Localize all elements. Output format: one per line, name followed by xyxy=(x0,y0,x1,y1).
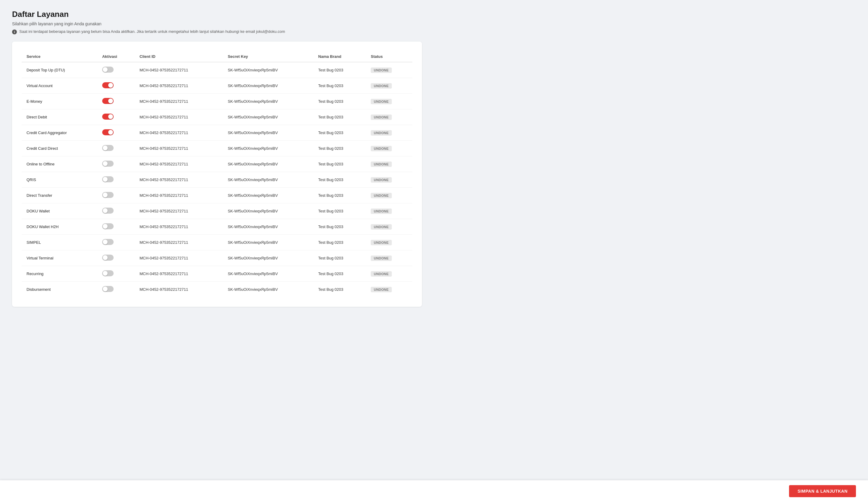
nama-brand: Test Bug 0203 xyxy=(313,141,366,156)
table-row: Online to OfflineMCH-0452-9753522172711S… xyxy=(22,156,412,172)
status-cell: UNDONE xyxy=(366,125,412,141)
secret-key: SK-Wf5uOiXnvieqxRp5miBV xyxy=(223,172,313,188)
status-badge: UNDONE xyxy=(371,146,392,151)
status-cell: UNDONE xyxy=(366,219,412,235)
toggle-knob xyxy=(103,67,107,72)
status-badge: UNDONE xyxy=(371,83,392,88)
service-name: SIMPEL xyxy=(22,235,97,250)
secret-key: SK-Wf5uOiXnvieqxRp5miBV xyxy=(223,78,313,94)
toggle-knob xyxy=(108,83,113,88)
nama-brand: Test Bug 0203 xyxy=(313,250,366,266)
nama-brand: Test Bug 0203 xyxy=(313,94,366,109)
client-id: MCH-0452-9753522172711 xyxy=(135,78,223,94)
service-toggle[interactable] xyxy=(102,176,114,182)
client-id: MCH-0452-9753522172711 xyxy=(135,109,223,125)
col-header-status: Status xyxy=(366,51,412,62)
status-badge: UNDONE xyxy=(371,161,392,167)
secret-key: SK-Wf5uOiXnvieqxRp5miBV xyxy=(223,188,313,203)
toggle-cell xyxy=(97,250,135,266)
secret-key: SK-Wf5uOiXnvieqxRp5miBV xyxy=(223,203,313,219)
table-row: Credit Card AggregatorMCH-0452-975352217… xyxy=(22,125,412,141)
table-row: Virtual TerminalMCH-0452-9753522172711SK… xyxy=(22,250,412,266)
status-cell: UNDONE xyxy=(366,156,412,172)
table-row: Credit Card DirectMCH-0452-9753522172711… xyxy=(22,141,412,156)
status-badge: UNDONE xyxy=(371,67,392,73)
secret-key: SK-Wf5uOiXnvieqxRp5miBV xyxy=(223,141,313,156)
client-id: MCH-0452-9753522172711 xyxy=(135,156,223,172)
service-toggle[interactable] xyxy=(102,160,114,167)
service-toggle[interactable] xyxy=(102,286,114,292)
service-toggle[interactable] xyxy=(102,239,114,245)
nama-brand: Test Bug 0203 xyxy=(313,78,366,94)
service-toggle[interactable] xyxy=(102,66,114,73)
service-toggle[interactable] xyxy=(102,192,114,198)
nama-brand: Test Bug 0203 xyxy=(313,156,366,172)
service-toggle[interactable] xyxy=(102,223,114,229)
toggle-knob xyxy=(103,161,107,166)
status-badge: UNDONE xyxy=(371,224,392,230)
service-name: Virtual Terminal xyxy=(22,250,97,266)
status-badge: UNDONE xyxy=(371,271,392,276)
table-row: QRISMCH-0452-9753522172711SK-Wf5uOiXnvie… xyxy=(22,172,412,188)
status-cell: UNDONE xyxy=(366,188,412,203)
client-id: MCH-0452-9753522172711 xyxy=(135,266,223,282)
secret-key: SK-Wf5uOiXnvieqxRp5miBV xyxy=(223,62,313,78)
secret-key: SK-Wf5uOiXnvieqxRp5miBV xyxy=(223,250,313,266)
client-id: MCH-0452-9753522172711 xyxy=(135,172,223,188)
service-name: Deposit Top Up (DTU) xyxy=(22,62,97,78)
table-header-row: Service Aktivasi Client ID Secret Key Na… xyxy=(22,51,412,62)
table-row: SIMPELMCH-0452-9753522172711SK-Wf5uOiXnv… xyxy=(22,235,412,250)
client-id: MCH-0452-9753522172711 xyxy=(135,125,223,141)
info-banner: i Saat ini terdapat beberapa layanan yan… xyxy=(12,29,422,34)
service-toggle[interactable] xyxy=(102,145,114,151)
nama-brand: Test Bug 0203 xyxy=(313,125,366,141)
service-toggle[interactable] xyxy=(102,82,114,88)
status-badge: UNDONE xyxy=(371,99,392,104)
client-id: MCH-0452-9753522172711 xyxy=(135,282,223,297)
client-id: MCH-0452-9753522172711 xyxy=(135,250,223,266)
status-cell: UNDONE xyxy=(366,78,412,94)
info-text: Saat ini terdapat beberapa layanan yang … xyxy=(19,29,285,34)
service-name: Virtual Account xyxy=(22,78,97,94)
service-toggle[interactable] xyxy=(102,208,114,213)
service-name: DOKU Wallet H2H xyxy=(22,219,97,235)
secret-key: SK-Wf5uOiXnvieqxRp5miBV xyxy=(223,156,313,172)
toggle-knob xyxy=(103,177,107,182)
toggle-cell xyxy=(97,109,135,125)
toggle-cell xyxy=(97,282,135,297)
table-row: DOKU Wallet H2HMCH-0452-9753522172711SK-… xyxy=(22,219,412,235)
service-toggle[interactable] xyxy=(102,98,114,104)
client-id: MCH-0452-9753522172711 xyxy=(135,141,223,156)
col-header-service: Service xyxy=(22,51,97,62)
col-header-secret-key: Secret Key xyxy=(223,51,313,62)
col-header-nama-brand: Nama Brand xyxy=(313,51,366,62)
info-icon: i xyxy=(12,30,17,34)
save-button[interactable]: SIMPAN & LANJUTKAN xyxy=(789,485,856,497)
toggle-cell xyxy=(97,188,135,203)
col-header-client-id: Client ID xyxy=(135,51,223,62)
status-cell: UNDONE xyxy=(366,141,412,156)
toggle-knob xyxy=(103,271,107,276)
status-cell: UNDONE xyxy=(366,266,412,282)
status-badge: UNDONE xyxy=(371,240,392,245)
service-toggle[interactable] xyxy=(102,129,114,135)
col-header-aktivasi: Aktivasi xyxy=(97,51,135,62)
toggle-knob xyxy=(108,98,113,103)
toggle-knob xyxy=(103,224,107,229)
toggle-knob xyxy=(103,208,107,213)
toggle-knob xyxy=(108,114,113,119)
service-toggle[interactable] xyxy=(102,255,114,261)
nama-brand: Test Bug 0203 xyxy=(313,266,366,282)
toggle-knob xyxy=(103,286,107,291)
service-name: Direct Transfer xyxy=(22,188,97,203)
secret-key: SK-Wf5uOiXnvieqxRp5miBV xyxy=(223,109,313,125)
service-name: DOKU Wallet xyxy=(22,203,97,219)
service-toggle[interactable] xyxy=(102,114,114,119)
page-title: Daftar Layanan xyxy=(12,10,422,19)
service-toggle[interactable] xyxy=(102,270,114,276)
toggle-cell xyxy=(97,125,135,141)
toggle-cell xyxy=(97,219,135,235)
status-cell: UNDONE xyxy=(366,94,412,109)
table-row: Direct DebitMCH-0452-9753522172711SK-Wf5… xyxy=(22,109,412,125)
secret-key: SK-Wf5uOiXnvieqxRp5miBV xyxy=(223,125,313,141)
